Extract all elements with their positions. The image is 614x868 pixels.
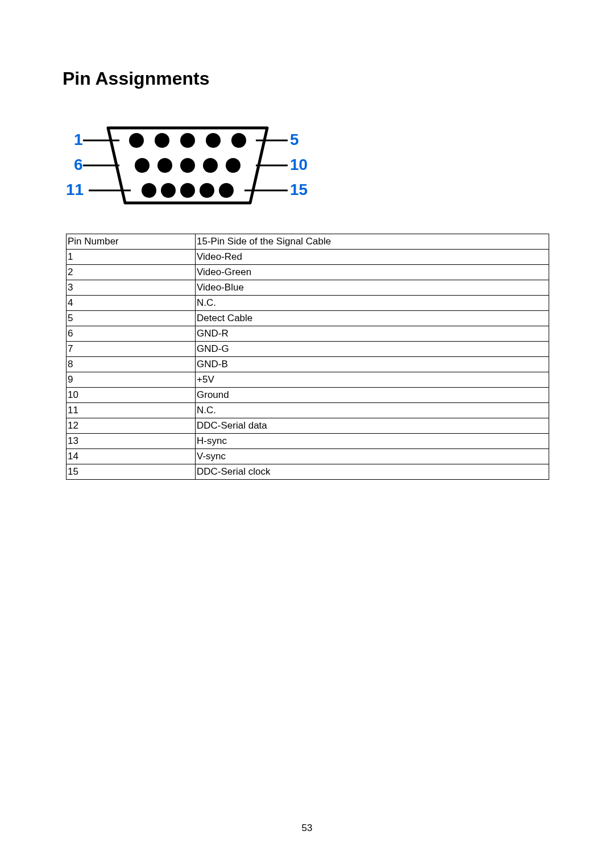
table-row: 5Detect Cable — [67, 311, 549, 326]
header-pin-number: Pin Number — [67, 234, 196, 250]
pin-number-cell: 14 — [67, 449, 196, 464]
signal-cell: Video-Green — [196, 265, 549, 280]
table-row: 3Video-Blue — [67, 280, 549, 296]
pin-number-cell: 6 — [67, 326, 196, 342]
svg-point-17 — [142, 183, 156, 198]
pin-number-cell: 5 — [67, 311, 196, 326]
table-row: 6GND-R — [67, 326, 549, 342]
table-row: 1Video-Red — [67, 250, 549, 265]
signal-cell: H-sync — [196, 434, 549, 449]
pin-number-cell: 13 — [67, 434, 196, 449]
pin-number-cell: 10 — [67, 388, 196, 403]
signal-cell: +5V — [196, 372, 549, 388]
pin-number-cell: 8 — [67, 357, 196, 372]
table-row: 13H-sync — [67, 434, 549, 449]
signal-cell: V-sync — [196, 449, 549, 464]
svg-point-14 — [180, 158, 195, 173]
signal-cell: GND-R — [196, 326, 549, 342]
pin-number-cell: 7 — [67, 342, 196, 357]
pin-number-cell: 9 — [67, 372, 196, 388]
signal-cell: N.C. — [196, 403, 549, 418]
page-number: 53 — [0, 823, 614, 834]
pin-number-cell: 3 — [67, 280, 196, 296]
svg-point-10 — [206, 133, 221, 148]
table-row: 8GND-B — [67, 357, 549, 372]
pin-number-cell: 1 — [67, 250, 196, 265]
table-row: 4N.C. — [67, 296, 549, 311]
svg-point-12 — [135, 158, 150, 173]
table-row: 15DDC-Serial clock — [67, 464, 549, 480]
pin-label-1: 1 — [74, 131, 83, 148]
header-signal: 15-Pin Side of the Signal Cable — [196, 234, 549, 250]
table-row: 10Ground — [67, 388, 549, 403]
table-row: 2Video-Green — [67, 265, 549, 280]
pin-label-11: 11 — [66, 181, 84, 198]
svg-point-9 — [180, 133, 195, 148]
svg-point-21 — [219, 183, 234, 198]
table-row: 9+5V — [67, 372, 549, 388]
page-title: Pin Assignments — [63, 68, 551, 89]
pin-number-cell: 4 — [67, 296, 196, 311]
signal-cell: DDC-Serial data — [196, 418, 549, 434]
pin-number-cell: 11 — [67, 403, 196, 418]
pin-number-cell: 12 — [67, 418, 196, 434]
signal-cell: GND-B — [196, 357, 549, 372]
svg-point-11 — [231, 133, 246, 148]
pin-label-15: 15 — [290, 181, 308, 198]
svg-point-20 — [200, 183, 214, 198]
connector-diagram: 1 6 11 5 10 15 — [63, 118, 551, 217]
svg-point-19 — [180, 183, 195, 198]
svg-point-18 — [161, 183, 176, 198]
signal-cell: Ground — [196, 388, 549, 403]
svg-point-13 — [157, 158, 172, 173]
signal-cell: N.C. — [196, 296, 549, 311]
signal-cell: Video-Blue — [196, 280, 549, 296]
signal-cell: DDC-Serial clock — [196, 464, 549, 480]
svg-point-16 — [226, 158, 240, 173]
table-row: 14V-sync — [67, 449, 549, 464]
table-row: 12DDC-Serial data — [67, 418, 549, 434]
pin-assignments-table: Pin Number 15-Pin Side of the Signal Cab… — [66, 234, 549, 480]
table-header-row: Pin Number 15-Pin Side of the Signal Cab… — [67, 234, 549, 250]
table-row: 7GND-G — [67, 342, 549, 357]
svg-point-15 — [203, 158, 218, 173]
pin-number-cell: 2 — [67, 265, 196, 280]
pin-number-cell: 15 — [67, 464, 196, 480]
signal-cell: Video-Red — [196, 250, 549, 265]
pin-label-10: 10 — [290, 156, 308, 173]
svg-point-7 — [129, 133, 144, 148]
pin-label-5: 5 — [290, 131, 299, 148]
table-row: 11N.C. — [67, 403, 549, 418]
pin-label-6: 6 — [74, 156, 83, 173]
svg-point-8 — [155, 133, 169, 148]
signal-cell: GND-G — [196, 342, 549, 357]
signal-cell: Detect Cable — [196, 311, 549, 326]
